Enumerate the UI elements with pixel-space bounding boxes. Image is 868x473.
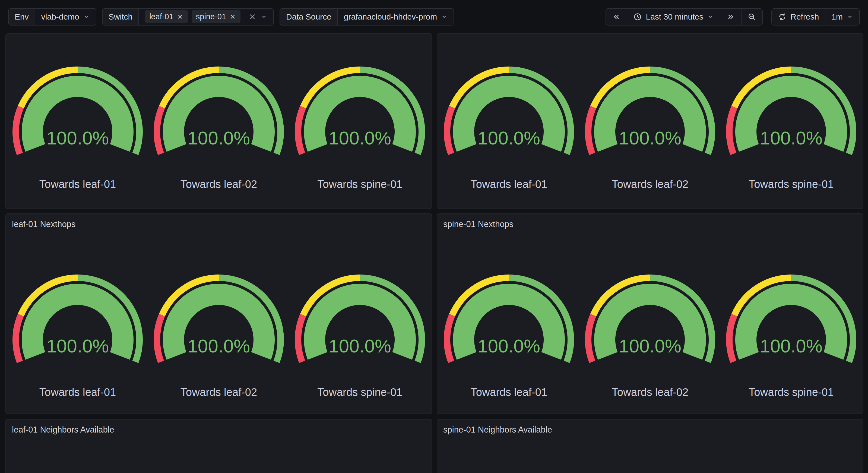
gauge-arc: 100.0%	[580, 64, 721, 163]
panel-title[interactable]: leaf-01 Neighbors Available	[6, 419, 432, 435]
gauge-label: Towards leaf-02	[612, 386, 688, 398]
gauge-panel: leaf-01 Neighbors Available	[5, 419, 432, 473]
grafana-dashboard: Env vlab-demo Switch leaf-01 spine-01	[0, 0, 868, 473]
gauge-panel: leaf-01 Nexthops 100.0% Towards leaf-01 …	[5, 213, 432, 414]
gauge-arc: 100.0%	[289, 64, 431, 163]
gauge: 100.0% Towards spine-01	[289, 272, 431, 398]
panel-title[interactable]: spine-01 Nexthops	[437, 214, 863, 230]
clear-all-icon[interactable]	[248, 12, 257, 21]
gauge-label: Towards spine-01	[749, 386, 834, 398]
gauge-label: Towards spine-01	[317, 178, 403, 190]
gauge-panel: spine-01 Nexthops 100.0% Towards leaf-01…	[437, 213, 863, 414]
variable-datasource: Data Source grafanacloud-hhdev-prom	[280, 8, 454, 26]
gauge-arc: 100.0%	[438, 272, 580, 371]
gauge-value: 100.0%	[478, 128, 540, 148]
gauge-row: 100.0% Towards leaf-01 100.0% Towards le…	[6, 64, 432, 190]
refresh-group: Refresh 1m	[771, 8, 860, 26]
gauge: 100.0% Towards leaf-01	[7, 272, 148, 398]
double-chevron-right-icon	[726, 12, 735, 21]
gauge-row: 100.0% Towards leaf-01 100.0% Towards le…	[6, 272, 432, 398]
chevron-down-icon	[707, 13, 714, 20]
time-controls: Last 30 minutes Refresh	[606, 8, 860, 26]
dashboard-grid: 100.0% Towards leaf-01 100.0% Towards le…	[5, 33, 863, 473]
gauge-arc: 100.0%	[7, 272, 148, 371]
double-chevron-left-icon	[612, 12, 621, 21]
time-range-picker[interactable]: Last 30 minutes	[627, 9, 720, 25]
gauge-panel: 100.0% Towards leaf-01 100.0% Towards le…	[5, 33, 432, 209]
gauge-label: Towards leaf-01	[39, 386, 116, 398]
gauge: 100.0% Towards leaf-01	[438, 64, 580, 190]
refresh-button[interactable]: Refresh	[772, 9, 825, 25]
gauge-value: 100.0%	[760, 335, 823, 356]
datasource-label: Data Source	[280, 9, 337, 25]
datasource-value-dropdown[interactable]: grafanacloud-hhdev-prom	[337, 9, 454, 25]
gauge: 100.0% Towards spine-01	[721, 64, 862, 190]
refresh-interval-dropdown[interactable]: 1m	[825, 9, 859, 25]
refresh-interval: 1m	[831, 12, 843, 22]
time-range-group: Last 30 minutes	[606, 8, 763, 26]
gauge-arc: 100.0%	[721, 64, 862, 163]
dashboard-toolbar: Env vlab-demo Switch leaf-01 spine-01	[0, 0, 868, 33]
gauge-value: 100.0%	[188, 335, 250, 356]
switch-tag-leaf-01[interactable]: leaf-01	[145, 10, 188, 23]
panel-title[interactable]: leaf-01 Nexthops	[6, 214, 432, 230]
clock-icon	[633, 12, 642, 21]
tag-text: spine-01	[196, 12, 226, 21]
gauge-row: 100.0% Towards leaf-01 100.0% Towards le…	[437, 272, 863, 398]
chevron-down-icon	[441, 13, 447, 20]
chevron-down-icon	[260, 13, 267, 20]
gauge-label: Towards leaf-01	[39, 178, 116, 190]
gauge-value: 100.0%	[619, 335, 682, 356]
gauge: 100.0% Towards leaf-02	[148, 272, 289, 398]
refresh-icon	[778, 12, 786, 21]
gauge-label: Towards spine-01	[749, 178, 834, 190]
gauge: 100.0% Towards spine-01	[721, 272, 862, 398]
time-shift-forward-button[interactable]	[720, 9, 741, 25]
gauge-label: Towards leaf-01	[471, 178, 547, 190]
gauge: 100.0% Towards leaf-01	[7, 64, 148, 190]
tag-text: leaf-01	[149, 12, 174, 21]
gauge-value: 100.0%	[46, 128, 109, 148]
panel-row-1: 100.0% Towards leaf-01 100.0% Towards le…	[5, 33, 863, 209]
gauge: 100.0% Towards leaf-02	[580, 64, 721, 190]
switch-tag-spine-01[interactable]: spine-01	[192, 10, 241, 23]
env-value: vlab-demo	[41, 12, 79, 22]
variable-env: Env vlab-demo	[8, 8, 96, 26]
datasource-value: grafanacloud-hhdev-prom	[344, 12, 437, 22]
gauge-arc: 100.0%	[580, 272, 721, 371]
gauge-value: 100.0%	[329, 335, 392, 356]
gauge-arc: 100.0%	[289, 272, 431, 371]
variable-switch: Switch leaf-01 spine-01	[102, 8, 274, 26]
remove-tag-icon[interactable]	[229, 13, 236, 20]
remove-tag-icon[interactable]	[177, 13, 184, 20]
panel-title[interactable]: spine-01 Neighbors Available	[437, 419, 863, 435]
gauge-value: 100.0%	[46, 335, 109, 356]
gauge-label: Towards leaf-02	[612, 178, 688, 190]
gauge-label: Towards spine-01	[317, 386, 403, 398]
refresh-label: Refresh	[790, 12, 819, 22]
gauge-label: Towards leaf-01	[471, 386, 547, 398]
time-range-text: Last 30 minutes	[646, 12, 703, 22]
gauge-panel: spine-01 Neighbors Available	[437, 419, 863, 473]
gauge-arc: 100.0%	[148, 64, 289, 163]
gauge-value: 100.0%	[188, 128, 250, 148]
chevron-down-icon	[846, 13, 854, 20]
gauge-arc: 100.0%	[7, 64, 148, 163]
gauge-label: Towards leaf-02	[181, 178, 257, 190]
gauge-value: 100.0%	[619, 128, 682, 148]
gauge-value: 100.0%	[329, 128, 392, 148]
gauge: 100.0% Towards spine-01	[289, 64, 431, 190]
panel-row-2: leaf-01 Nexthops 100.0% Towards leaf-01 …	[5, 213, 863, 414]
time-shift-back-button[interactable]	[606, 9, 627, 25]
zoom-out-icon	[747, 12, 756, 21]
switch-value-dropdown[interactable]: leaf-01 spine-01	[138, 9, 273, 25]
env-value-dropdown[interactable]: vlab-demo	[35, 9, 96, 25]
gauge-value: 100.0%	[760, 128, 823, 148]
gauge: 100.0% Towards leaf-01	[438, 272, 580, 398]
gauge-panel: 100.0% Towards leaf-01 100.0% Towards le…	[437, 33, 863, 209]
zoom-out-button[interactable]	[741, 9, 762, 25]
gauge-arc: 100.0%	[438, 64, 580, 163]
gauge-label: Towards leaf-02	[181, 386, 257, 398]
gauge-arc: 100.0%	[721, 272, 862, 371]
chevron-down-icon	[83, 13, 90, 20]
